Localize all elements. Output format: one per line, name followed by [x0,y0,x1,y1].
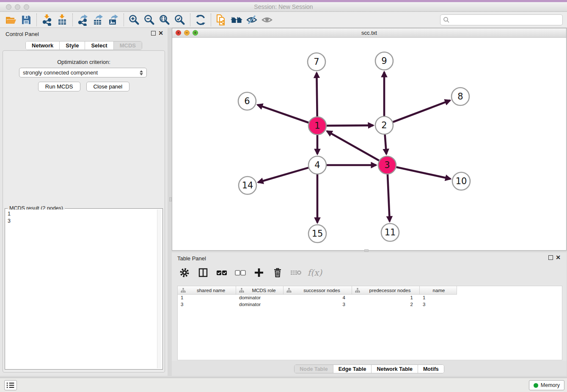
graph-node-label: 7 [314,57,319,67]
tab-style[interactable]: Style [60,41,85,50]
delete-table-button[interactable] [289,266,303,279]
open-session-button[interactable] [3,13,19,27]
cell-successor-nodes[interactable]: 3 [284,301,352,308]
control-panel: Control Panel ✕ Network Style Select MCD… [0,28,168,376]
graph-node-label: 2 [381,120,387,130]
graph-edge-1-2[interactable] [327,125,373,126]
function-builder-button[interactable]: f(x) [308,266,322,279]
tab-select[interactable]: Select [85,41,113,50]
cell-shared-name[interactable]: 3 [178,301,236,308]
import-table-button[interactable] [55,13,70,27]
mcds-result-groupbox: MCDS result (2 nodes) 1 3 [5,208,163,370]
cell-shared-name[interactable]: 1 [178,295,236,301]
graph-edge-3-11[interactable] [388,174,390,221]
refresh-button[interactable] [193,13,208,27]
home-fit-icon [230,14,243,26]
deselect-all-button[interactable] [234,266,247,279]
close-panel-icon[interactable]: ✕ [158,30,163,36]
export-network-button[interactable] [75,13,91,27]
graph-edge-1-7[interactable] [317,73,317,116]
graph-node-label: 4 [314,160,320,170]
graph-node-label: 6 [244,96,250,106]
zoom-in-icon [128,14,140,26]
status-bar: Memory [0,378,567,392]
export-table-button[interactable] [91,13,106,27]
task-history-button[interactable] [4,380,17,390]
add-column-button[interactable] [252,266,266,279]
network-window-titlebar[interactable]: × − + scc.txt [172,28,566,38]
save-session-button[interactable] [19,13,34,27]
table-settings-button[interactable] [178,266,191,279]
table-row[interactable]: 3 dominator 3 2 3 [178,301,562,308]
column-header-shared-name[interactable]: shared name [178,286,236,295]
memory-button[interactable]: Memory [529,380,564,390]
table-panel-title: Table Panel [177,255,206,262]
cell-predecessor-nodes[interactable]: 1 [352,295,420,301]
refresh-icon [195,14,206,26]
vertical-splitter-handle[interactable] [364,249,369,252]
optimization-criterion-select[interactable]: strongly connected component [19,68,147,77]
delete-column-button[interactable] [271,266,284,279]
column-header-mcds-role[interactable]: MCDS role [236,286,284,295]
result-item[interactable]: 1 [8,210,155,218]
fit-content-button[interactable] [229,13,244,27]
close-table-panel-icon[interactable]: ✕ [556,254,561,260]
tab-motifs[interactable]: Motifs [418,365,444,373]
hierarchy-icon [286,288,292,293]
result-item[interactable]: 3 [8,218,155,225]
float-table-panel-icon[interactable] [548,255,553,260]
select-all-button[interactable] [215,266,228,279]
zoom-out-button[interactable] [142,13,157,27]
plus-icon [253,267,264,278]
toolbar-separator [211,14,211,26]
zoom-out-icon [143,14,155,26]
cell-predecessor-nodes[interactable]: 2 [352,301,420,308]
column-header-predecessor-nodes[interactable]: predecessor nodes [352,286,420,295]
horizontal-splitter-handle[interactable] [169,197,172,202]
import-network-icon [41,14,53,26]
search-input[interactable] [450,15,562,25]
column-header-successor-nodes[interactable]: successor nodes [284,286,352,295]
control-panel-tabs: Network Style Select MCDS [0,41,168,50]
graph-edge-2-8[interactable] [393,100,450,122]
graph-edge-3-1[interactable] [327,131,379,160]
network-graph[interactable]: 1234678910111415 [172,38,566,250]
graph-edge-1-6[interactable] [258,105,309,123]
graph-edge-4-14[interactable] [258,168,308,182]
tab-network-table[interactable]: Network Table [372,365,418,373]
cell-mcds-role[interactable]: dominator [236,301,284,308]
graph-edge-2-3[interactable] [385,135,386,154]
zoom-selected-button[interactable] [172,13,187,27]
network-canvas[interactable]: 1234678910111415 [172,38,566,250]
close-panel-button[interactable]: Close panel [86,82,130,91]
cell-name[interactable]: 1 [420,295,457,301]
graph-node-label: 8 [457,91,463,102]
column-visibility-button[interactable] [196,266,210,279]
tab-node-table[interactable]: Node Table [295,365,333,373]
tab-edge-table[interactable]: Edge Table [333,365,372,373]
table-panel: Table Panel ✕ [172,252,567,376]
tab-mcds[interactable]: MCDS [114,41,142,50]
table-row[interactable]: 1 dominator 4 1 1 [178,295,562,301]
mcds-result-list[interactable]: 1 3 [6,210,157,368]
column-header-name[interactable]: name [420,286,457,295]
float-panel-icon[interactable] [151,31,156,36]
result-scrollbar[interactable] [157,210,162,368]
hide-graphics-details-button[interactable] [244,13,259,27]
cell-name[interactable]: 3 [420,301,457,308]
select-spinner-icon [140,70,143,75]
toolbar-search[interactable] [440,14,563,25]
tab-network[interactable]: Network [26,41,60,50]
node-table[interactable]: shared name MCDS role successor nodes pr… [177,286,562,360]
cell-mcds-role[interactable]: dominator [236,295,284,301]
graph-edge-3-10[interactable] [396,167,450,179]
zoom-in-button[interactable] [127,13,142,27]
zoom-fit-button[interactable] [157,13,172,27]
import-network-button[interactable] [39,13,55,27]
show-graphics-details-button[interactable] [259,13,275,27]
run-mcds-button[interactable]: Run MCDS [38,82,80,91]
export-image-button[interactable] [106,13,121,27]
clone-network-button[interactable] [214,13,229,27]
cell-successor-nodes[interactable]: 4 [284,295,352,301]
graph-node-label: 10 [456,176,467,186]
